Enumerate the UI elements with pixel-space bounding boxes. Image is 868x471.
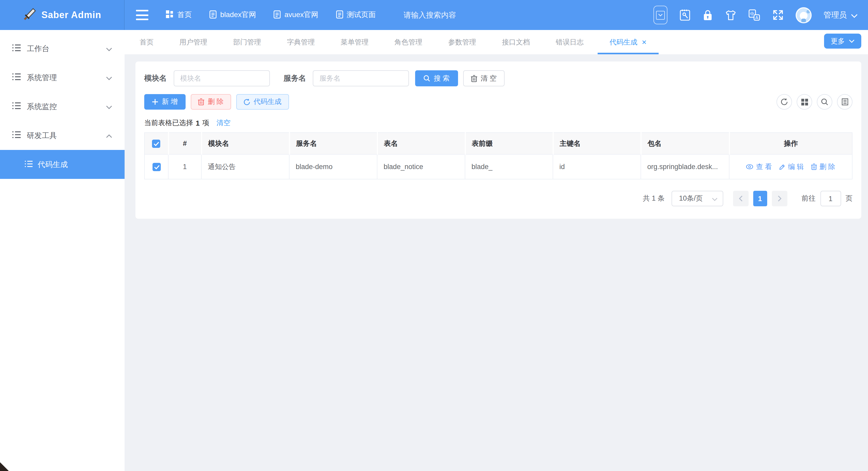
list-icon	[12, 102, 21, 111]
doc-icon	[209, 10, 217, 20]
global-search	[403, 11, 512, 19]
top-nav-home[interactable]: 首页	[166, 10, 192, 20]
fullscreen-icon[interactable]	[772, 9, 784, 21]
column-settings-icon[interactable]	[797, 94, 812, 109]
next-page-button[interactable]	[772, 191, 787, 206]
delete-button[interactable]: 删 除	[191, 94, 231, 109]
clear-button[interactable]: 清 空	[463, 70, 504, 86]
col-service: 服务名	[289, 133, 377, 154]
goto-page-input[interactable]	[820, 191, 841, 206]
main-content: 首页 用户管理 部门管理 字典管理 菜单管理 角色管理 参数管理 接口文档 错误…	[125, 30, 868, 471]
theme-shirt-icon[interactable]	[725, 9, 737, 21]
sidebar-item-dev-tools[interactable]: 研发工具	[0, 121, 125, 150]
chevron-right-icon	[777, 195, 781, 201]
close-icon[interactable]: ✕	[642, 38, 647, 46]
doc-icon	[336, 10, 343, 20]
tab-param-mgmt[interactable]: 参数管理	[435, 30, 489, 54]
sidebar-item-system-mgmt[interactable]: 系统管理	[0, 63, 125, 92]
logo[interactable]: Saber Admin	[0, 0, 125, 30]
table-row[interactable]: 1 通知公告 blade-demo blade_notice blade_ id…	[145, 154, 852, 179]
search-icon	[424, 75, 430, 82]
module-name-label: 模块名	[144, 73, 167, 83]
page-size-select[interactable]: 10条/页	[671, 191, 723, 206]
eye-icon	[746, 164, 753, 169]
global-search-input[interactable]	[403, 11, 512, 19]
chevron-down-icon	[106, 73, 112, 82]
tab-dict-mgmt[interactable]: 字典管理	[274, 30, 328, 54]
cell-table-name: blade_notice	[377, 154, 465, 179]
col-package: 包名	[641, 133, 729, 154]
col-pk: 主键名	[553, 133, 641, 154]
chevron-down-icon	[712, 195, 717, 202]
pagination: 共 1 条 10条/页 1	[144, 191, 852, 206]
sword-logo-icon	[23, 7, 36, 23]
app-root: Saber Admin 首页	[0, 0, 868, 471]
cell-service: blade-demo	[289, 154, 377, 179]
trash-icon	[811, 163, 817, 170]
tag-box-icon[interactable]	[653, 6, 668, 24]
menu-doc-icon[interactable]	[837, 94, 852, 109]
trash-icon	[471, 75, 477, 82]
tab-dept-mgmt[interactable]: 部门管理	[220, 30, 274, 54]
sidebar: 工作台 系统管理	[0, 30, 125, 471]
list-icon	[12, 73, 21, 82]
cell-pk: id	[553, 154, 641, 179]
sidebar-item-code-generation[interactable]: 代码生成	[0, 150, 125, 179]
crud-toolbar: 新 增 删 除 代码生成	[144, 94, 852, 109]
trash-icon	[198, 98, 204, 105]
language-icon[interactable]: 中 A	[749, 9, 761, 21]
tab-user-mgmt[interactable]: 用户管理	[166, 30, 220, 54]
row-checkbox[interactable]	[152, 163, 160, 171]
select-all-checkbox[interactable]	[152, 139, 160, 148]
search-toggle-icon[interactable]	[817, 94, 832, 109]
edit-link[interactable]: 编 辑	[779, 162, 804, 171]
tabbar: 首页 用户管理 部门管理 字典管理 菜单管理 角色管理 参数管理 接口文档 错误…	[125, 30, 868, 54]
prev-page-button[interactable]	[733, 191, 748, 206]
module-name-input[interactable]	[174, 70, 270, 86]
table-header-row: # 模块名 服务名 表名 表前缀 主键名 包名 操作	[145, 133, 852, 154]
user-menu[interactable]: 管理员	[824, 10, 858, 20]
filter-form: 模块名 服务名 搜 索 清 空	[144, 70, 852, 86]
sidebar-item-workbench[interactable]: 工作台	[0, 34, 125, 63]
tab-api-docs[interactable]: 接口文档	[489, 30, 543, 54]
user-avatar[interactable]	[796, 7, 812, 23]
more-tabs-button[interactable]: 更多	[824, 34, 861, 49]
lock-icon[interactable]	[703, 9, 713, 21]
top-nav-avuex[interactable]: avuex官网	[274, 10, 318, 20]
tab-error-log[interactable]: 错误日志	[543, 30, 597, 54]
chevron-down-icon	[849, 39, 855, 43]
collapse-menu-button[interactable]	[136, 10, 148, 20]
page-number-1[interactable]: 1	[753, 191, 767, 206]
view-link[interactable]: 查 看	[746, 162, 772, 171]
crud-card: 模块名 服务名 搜 索 清 空	[135, 62, 861, 219]
tab-home[interactable]: 首页	[127, 30, 166, 54]
refresh-icon[interactable]	[776, 94, 792, 109]
top-nav-test-page[interactable]: 测试页面	[336, 10, 376, 20]
svg-text:A: A	[755, 15, 758, 20]
chevron-up-icon	[106, 131, 112, 139]
selection-hint: 当前表格已选择 1 项 清空	[144, 118, 852, 128]
log-icon[interactable]	[679, 9, 691, 21]
delete-link[interactable]: 删 除	[811, 162, 835, 171]
tab-role-mgmt[interactable]: 角色管理	[381, 30, 435, 54]
tab-menu-mgmt[interactable]: 菜单管理	[328, 30, 381, 54]
doc-icon	[274, 10, 281, 20]
cell-package: org.springblade.desk...	[641, 154, 729, 179]
list-icon	[12, 131, 21, 140]
col-table-name: 表名	[377, 133, 465, 154]
col-module: 模块名	[202, 133, 289, 154]
clear-selection-link[interactable]: 清空	[217, 118, 230, 128]
code-generate-button[interactable]: 代码生成	[236, 94, 289, 109]
service-name-input[interactable]	[313, 70, 409, 86]
selection-count: 1	[196, 119, 200, 127]
cell-module: 通知公告	[202, 154, 289, 179]
tab-code-generation[interactable]: 代码生成 ✕	[597, 30, 660, 54]
top-nav-bladex[interactable]: bladex官网	[209, 10, 256, 20]
add-button[interactable]: 新 增	[144, 94, 186, 109]
chevron-down-icon	[106, 44, 112, 53]
search-button[interactable]: 搜 索	[415, 70, 458, 86]
col-actions: 操作	[729, 133, 852, 154]
sidebar-item-system-monitor[interactable]: 系统监控	[0, 92, 125, 121]
service-name-label: 服务名	[284, 73, 306, 83]
col-prefix: 表前缀	[465, 133, 553, 154]
